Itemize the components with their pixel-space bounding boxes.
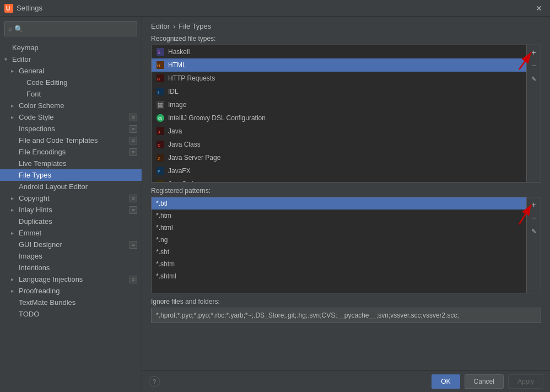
file-item-javafx[interactable]: F JavaFX [152, 164, 526, 178]
badge-icon: ≡ [130, 195, 137, 202]
breadcrumb: Editor › File Types [142, 17, 550, 35]
sidebar-item-emmet[interactable]: Emmet [0, 227, 142, 239]
ok-button[interactable]: OK [432, 374, 460, 389]
sidebar-item-language-injections[interactable]: Language Injections ≡ [0, 273, 142, 285]
file-item-java-server-page[interactable]: J Java Server Page [152, 151, 526, 164]
patterns-label: Registered patterns: [151, 187, 541, 195]
file-item-java[interactable]: J Java [152, 125, 526, 138]
file-types-wrapper: λ Haskell H [151, 45, 541, 182]
close-button[interactable]: ✕ [532, 3, 546, 14]
sidebar-item-inspections[interactable]: Inspections ≡ [0, 123, 142, 135]
edit-file-type-button[interactable]: ✎ [528, 73, 540, 85]
sidebar-item-color-scheme[interactable]: Color Scheme [0, 100, 142, 111]
edit-pattern-button[interactable]: ✎ [528, 225, 540, 237]
svg-text:F: F [158, 170, 160, 174]
badge-icon: ≡ [130, 137, 137, 144]
patterns-actions: + − ✎ [526, 197, 541, 293]
sidebar-item-label: Images [19, 252, 42, 260]
badge-icon: ≡ [130, 206, 137, 214]
sidebar-item-gui-designer[interactable]: GUI Designer ≡ [0, 239, 142, 250]
file-item-label: Java Class [168, 141, 201, 148]
file-item-html[interactable]: H HTML [152, 58, 526, 72]
html-icon: H [156, 61, 165, 69]
add-pattern-button[interactable]: + [528, 198, 540, 211]
sidebar-item-android-layout-editor[interactable]: Android Layout Editor [0, 181, 142, 192]
pattern-item-shtml[interactable]: *.shtml [152, 270, 526, 282]
sidebar-item-intentions[interactable]: Intentions [0, 262, 142, 273]
sidebar-item-file-encodings[interactable]: File Encodings ≡ [0, 146, 142, 158]
ignore-section: Ignore files and folders: [151, 298, 541, 323]
pattern-item-html[interactable]: *.html [152, 222, 526, 234]
sidebar-item-live-templates[interactable]: Live Templates [0, 158, 142, 169]
sidebar-item-keymap[interactable]: Keymap [0, 42, 142, 53]
arrow-icon [11, 230, 19, 236]
arrow-icon [4, 56, 12, 62]
sidebar-item-label: Editor [12, 55, 31, 63]
pattern-list[interactable]: *.btl *.htm *.html *.ng [152, 197, 526, 293]
file-types-actions: + − ✎ [526, 45, 541, 182]
ignore-input[interactable] [151, 308, 541, 323]
remove-file-type-button[interactable]: − [528, 60, 540, 72]
pattern-item-htm[interactable]: *.htm [152, 210, 526, 222]
sidebar-item-code-style[interactable]: Code Style ≡ [0, 111, 142, 123]
sidebar-item-label: File Types [19, 171, 51, 179]
pattern-item-sht[interactable]: *.sht [152, 246, 526, 258]
sidebar-item-editor[interactable]: Editor [0, 53, 142, 65]
sidebar-item-inlay-hints[interactable]: Inlay Hints ≡ [0, 204, 142, 216]
file-item-haskell[interactable]: λ Haskell [152, 45, 526, 58]
file-item-java-class[interactable]: C Java Class [152, 138, 526, 151]
sidebar-tree: Keymap Editor General Code Editing Font [0, 41, 142, 392]
arrow-icon [11, 288, 19, 294]
file-item-idl[interactable]: I IDL [152, 85, 526, 98]
sidebar-item-label: Language Injections [19, 275, 83, 283]
add-file-type-button[interactable]: + [528, 46, 540, 58]
main-layout: ⌕ Keymap Editor General Code Editing [0, 17, 550, 392]
file-item-intellij-groovy[interactable]: G IntelliJ Groovy DSL Configuration [152, 111, 526, 125]
file-item-label: Java [168, 127, 182, 135]
sidebar-item-file-and-code-templates[interactable]: File and Code Templates ≡ [0, 135, 142, 146]
pattern-label: *.htm [156, 212, 171, 219]
pattern-item-btl[interactable]: *.btl [152, 197, 526, 210]
pattern-label: *.shtm [156, 260, 175, 268]
file-item-javascript[interactable]: JS JavaScript [152, 178, 526, 182]
sidebar-item-code-editing[interactable]: Code Editing [0, 77, 142, 88]
apply-button[interactable]: Apply [508, 374, 543, 389]
sidebar-item-todo[interactable]: TODO [0, 308, 142, 320]
arrow-icon [11, 195, 19, 201]
help-button[interactable]: ? [149, 376, 160, 387]
cancel-button[interactable]: Cancel [465, 374, 504, 389]
breadcrumb-current: File Types [179, 22, 211, 30]
file-item-label: HTTP Requests [168, 74, 215, 82]
sidebar-item-images[interactable]: Images [0, 250, 142, 262]
badge-icon: ≡ [130, 114, 137, 121]
window-title: Settings [17, 4, 532, 12]
remove-pattern-button[interactable]: − [528, 212, 540, 224]
svg-text:I: I [158, 90, 159, 95]
sidebar-item-label: Font [26, 90, 41, 98]
http-icon: H [156, 74, 165, 83]
file-list[interactable]: λ Haskell H [152, 45, 526, 182]
pattern-item-shtm[interactable]: *.shtm [152, 258, 526, 270]
sidebar-item-copyright[interactable]: Copyright ≡ [0, 192, 142, 204]
sidebar-item-label: Color Scheme [19, 101, 64, 110]
sidebar-item-label: Android Layout Editor [19, 182, 88, 191]
sidebar-item-textmate-bundles[interactable]: TextMate Bundles [0, 297, 142, 308]
javascript-icon: JS [156, 180, 165, 182]
file-item-image[interactable]: 🖼 Image [152, 98, 526, 111]
patterns-section: Registered patterns: *.btl *.htm *.html [151, 187, 541, 293]
sidebar-item-general[interactable]: General [0, 65, 142, 77]
sidebar-item-duplicates[interactable]: Duplicates [0, 216, 142, 227]
search-input[interactable] [14, 25, 133, 33]
search-box[interactable]: ⌕ [4, 21, 137, 36]
badge-icon: ≡ [130, 241, 137, 249]
sidebar-item-file-types[interactable]: File Types [0, 169, 142, 181]
svg-text:H: H [157, 63, 160, 68]
pattern-item-ng[interactable]: *.ng [152, 234, 526, 246]
app-icon: U [4, 4, 13, 13]
sidebar-item-font[interactable]: Font [0, 88, 142, 100]
sidebar-item-proofreading[interactable]: Proofreading [0, 285, 142, 297]
file-item-http-requests[interactable]: H HTTP Requests [152, 72, 526, 85]
sidebar-item-label: Live Templates [19, 159, 66, 168]
sidebar-item-label: Copyright [19, 194, 50, 202]
search-icon: ⌕ [8, 25, 12, 33]
